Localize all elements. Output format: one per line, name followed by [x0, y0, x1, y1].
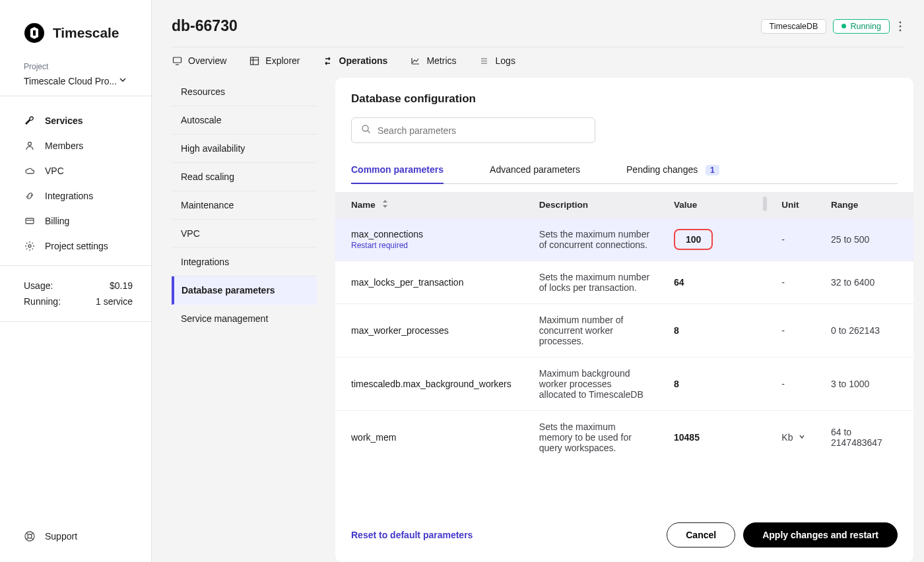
table-row[interactable]: max_worker_processesMaximum number of co… — [335, 304, 913, 358]
tab-operations[interactable]: Operations — [323, 55, 388, 66]
table-row[interactable]: max_connectionsRestart requiredSets the … — [335, 218, 913, 261]
cancel-button[interactable]: Cancel — [667, 522, 735, 547]
sidebar-item-services[interactable]: Services — [24, 108, 137, 133]
restart-required-tag: Restart required — [351, 241, 515, 250]
cell-unit: - — [770, 358, 819, 411]
cell-unit[interactable]: Kb — [770, 411, 819, 464]
nav-label: VPC — [45, 166, 64, 176]
search-input[interactable] — [378, 125, 585, 136]
cell-resize — [763, 411, 770, 464]
param-name: max_worker_processes — [351, 325, 449, 336]
search-box[interactable] — [351, 117, 595, 143]
credit-card-icon — [24, 215, 36, 227]
subnav-high-availability[interactable]: High availability — [172, 135, 317, 163]
tab-logs[interactable]: Logs — [479, 55, 515, 66]
param-tab-advanced[interactable]: Advanced parameters — [490, 156, 580, 183]
cell-description: Sets the maximum number of concurrent co… — [527, 218, 662, 261]
unit-text: - — [781, 379, 785, 389]
param-tab-pending-label: Pending changes — [626, 164, 698, 175]
th-name[interactable]: Name — [335, 192, 527, 218]
sidebar-item-project-settings[interactable]: Project settings — [24, 234, 137, 259]
tab-label: Metrics — [426, 55, 456, 66]
param-value: 8 — [674, 325, 679, 336]
sidebar-item-vpc[interactable]: VPC — [24, 158, 137, 183]
nav-label: Services — [45, 115, 83, 126]
svg-point-18 — [362, 125, 368, 131]
th-range: Range — [819, 192, 913, 218]
svg-rect-12 — [250, 57, 258, 65]
top-tabs: Overview Explorer Operations Metrics Log… — [172, 47, 904, 78]
param-tab-common[interactable]: Common parameters — [351, 156, 444, 183]
header-badges: TimescaleDB Running — [761, 19, 904, 34]
svg-rect-2 — [26, 218, 34, 224]
cell-name: timescaledb.max_background_workers — [335, 358, 527, 411]
subnav-resources[interactable]: Resources — [172, 78, 317, 106]
unit-text: - — [781, 277, 785, 288]
table-wrap: Name Description Value Unit Range max_co… — [335, 192, 913, 512]
subnav-read-scaling[interactable]: Read scaling — [172, 163, 317, 191]
table-row[interactable]: timescaledb.max_background_workersMaximu… — [335, 358, 913, 411]
table-row[interactable]: work_memSets the maximum memory to be us… — [335, 411, 913, 464]
param-tab-pending[interactable]: Pending changes 1 — [626, 156, 719, 183]
th-unit: Unit — [770, 192, 819, 218]
link-icon — [24, 190, 36, 202]
sidebar-item-members[interactable]: Members — [24, 133, 137, 158]
cell-resize — [763, 218, 770, 261]
nav-label: Project settings — [45, 241, 108, 251]
th-description: Description — [527, 192, 662, 218]
cell-range: 3 to 1000 — [819, 358, 913, 411]
nav-list: Services Members VPC Integrations Billin… — [0, 96, 151, 259]
sidebar-item-integrations[interactable]: Integrations — [24, 183, 137, 208]
chart-icon — [410, 55, 420, 66]
svg-point-8 — [900, 25, 902, 27]
content-row: Resources Autoscale High availability Re… — [152, 78, 924, 562]
monitor-icon — [172, 55, 182, 66]
table-row[interactable]: max_locks_per_transactionSets the maximu… — [335, 261, 913, 304]
tab-explorer[interactable]: Explorer — [249, 55, 300, 66]
svg-rect-10 — [173, 57, 181, 63]
logs-icon — [479, 55, 490, 66]
sort-icon — [382, 200, 388, 210]
main-area: db-66730 TimescaleDB Running Overview Ex… — [152, 0, 924, 562]
sidebar-item-billing[interactable]: Billing — [24, 208, 137, 234]
subnav: Resources Autoscale High availability Re… — [172, 78, 317, 562]
th-resize[interactable] — [763, 192, 770, 218]
nav-label: Billing — [45, 216, 69, 226]
cell-value[interactable]: 100 — [662, 218, 763, 261]
svg-point-9 — [900, 29, 902, 31]
tab-label: Overview — [188, 55, 226, 66]
svg-line-19 — [368, 131, 370, 133]
running-label: Running: — [24, 296, 61, 307]
logo-text: Timescale — [53, 25, 119, 41]
project-label: Project — [24, 62, 127, 71]
subnav-autoscale[interactable]: Autoscale — [172, 106, 317, 135]
cell-unit: - — [770, 304, 819, 358]
running-row: Running: 1 service — [24, 294, 133, 309]
subnav-maintenance[interactable]: Maintenance — [172, 191, 317, 220]
chevron-down-icon — [118, 75, 127, 86]
cell-value[interactable]: 64 — [662, 261, 763, 304]
tab-overview[interactable]: Overview — [172, 55, 226, 66]
chevron-down-icon — [798, 432, 806, 443]
subnav-database-parameters[interactable]: Database parameters — [172, 276, 317, 305]
subnav-service-management[interactable]: Service management — [172, 305, 317, 332]
usage-label: Usage: — [24, 280, 53, 291]
apply-button[interactable]: Apply changes and restart — [743, 522, 898, 547]
sidebar-item-support[interactable]: Support — [0, 530, 151, 562]
page-title: db-66730 — [172, 17, 238, 35]
subnav-vpc[interactable]: VPC — [172, 220, 317, 248]
cell-value[interactable]: 8 — [662, 304, 763, 358]
table-body: max_connectionsRestart requiredSets the … — [335, 218, 913, 464]
status-badge: Running — [833, 19, 890, 34]
tab-label: Logs — [496, 55, 515, 66]
project-name: Timescale Cloud Pro... — [24, 76, 117, 86]
subnav-integrations[interactable]: Integrations — [172, 248, 317, 276]
more-menu-button[interactable] — [896, 20, 904, 32]
cell-description: Maximum background worker processes allo… — [527, 358, 662, 411]
reset-link[interactable]: Reset to default parameters — [351, 530, 473, 540]
project-selector[interactable]: Timescale Cloud Pro... — [24, 75, 127, 86]
panel-title: Database configuration — [335, 92, 913, 117]
cell-value[interactable]: 8 — [662, 358, 763, 411]
cell-value[interactable]: 10485 — [662, 411, 763, 464]
tab-metrics[interactable]: Metrics — [410, 55, 456, 66]
